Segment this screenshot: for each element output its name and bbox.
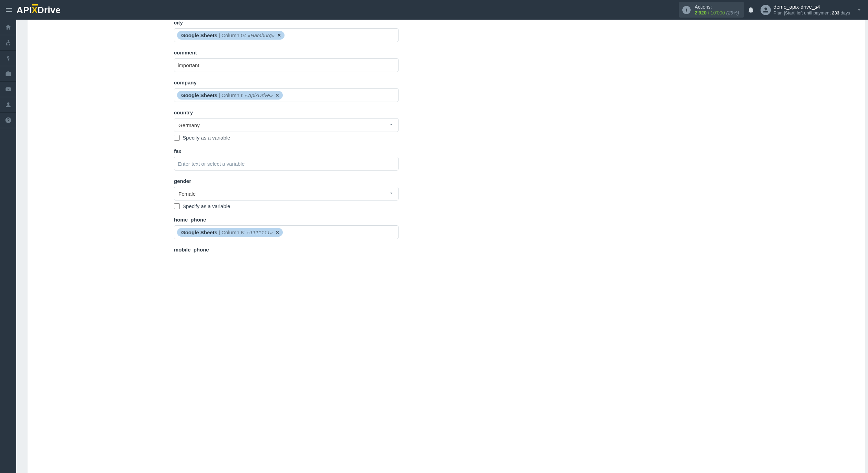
city-token: Google Sheets | Column G: «Hamburg» ✕ <box>177 31 285 40</box>
user-block[interactable]: demo_apix-drive_s4 Plan |Start| left unt… <box>761 4 850 16</box>
logo[interactable]: API X Drive <box>17 4 61 16</box>
logo-text-api: API <box>17 5 32 16</box>
actions-text: Actions: 2'920 / 10'000 (29%) <box>695 4 739 16</box>
field-comment: comment <box>174 50 399 72</box>
city-input[interactable]: Google Sheets | Column G: «Hamburg» ✕ <box>174 28 399 42</box>
chevron-down-icon <box>389 191 394 197</box>
rail-help[interactable] <box>0 113 16 128</box>
logo-text-drive: Drive <box>38 5 61 16</box>
left-rail <box>0 20 16 473</box>
company-token-remove[interactable]: ✕ <box>276 93 279 98</box>
home-phone-token: Google Sheets | Column K: «1111111» ✕ <box>177 228 283 237</box>
field-label: fax <box>174 148 399 154</box>
field-label: mobile_phone <box>174 247 399 253</box>
user-menu-toggle[interactable] <box>853 4 865 16</box>
rail-briefcase[interactable] <box>0 66 16 82</box>
home-phone-token-remove[interactable]: ✕ <box>276 230 279 235</box>
country-specify-label[interactable]: Specify as a variable <box>183 135 230 141</box>
city-token-remove[interactable]: ✕ <box>277 33 281 38</box>
field-gender: gender Female Specify as a variable <box>174 178 399 209</box>
info-icon: i <box>682 6 691 14</box>
country-select[interactable]: Germany <box>174 118 399 132</box>
rail-youtube[interactable] <box>0 82 16 97</box>
country-specify-checkbox[interactable] <box>174 135 180 141</box>
gender-specify-checkbox[interactable] <box>174 203 180 209</box>
logo-x-icon: X <box>32 4 38 16</box>
avatar-icon <box>761 5 771 15</box>
field-label: country <box>174 110 399 115</box>
country-selected: Germany <box>178 122 200 128</box>
gender-selected: Female <box>178 191 196 197</box>
comment-input[interactable] <box>178 59 395 72</box>
topbar: API X Drive i Actions: 2'920 / 10'000 (2… <box>0 0 868 20</box>
user-text: demo_apix-drive_s4 Plan |Start| left unt… <box>774 4 850 16</box>
notifications-button[interactable] <box>744 3 758 17</box>
field-company: company Google Sheets | Column I: «ApixD… <box>174 80 399 102</box>
rail-connections[interactable] <box>0 35 16 51</box>
field-label: home_phone <box>174 217 399 223</box>
rail-account[interactable] <box>0 97 16 113</box>
field-country: country Germany Specify as a variable <box>174 110 399 141</box>
username: demo_apix-drive_s4 <box>774 4 850 10</box>
hamburger-menu[interactable] <box>3 4 15 16</box>
comment-input-wrap <box>174 58 399 72</box>
chevron-down-icon <box>389 122 394 128</box>
field-label: city <box>174 20 399 25</box>
field-fax: fax <box>174 148 399 171</box>
field-label: gender <box>174 178 399 184</box>
rail-billing[interactable] <box>0 51 16 66</box>
field-mobile-phone: mobile_phone <box>174 247 399 253</box>
field-label: company <box>174 80 399 85</box>
fax-input[interactable] <box>178 157 395 170</box>
actions-counter[interactable]: i Actions: 2'920 / 10'000 (29%) <box>679 2 744 18</box>
rail-home[interactable] <box>0 20 16 35</box>
fax-input-wrap <box>174 157 399 171</box>
gender-select[interactable]: Female <box>174 187 399 200</box>
home-phone-input[interactable]: Google Sheets | Column K: «1111111» ✕ <box>174 225 399 239</box>
gender-specify-label[interactable]: Specify as a variable <box>183 203 230 209</box>
plan-line: Plan |Start| left until payment 233 days <box>774 10 850 16</box>
company-input[interactable]: Google Sheets | Column I: «ApixDrive» ✕ <box>174 88 399 102</box>
company-token: Google Sheets | Column I: «ApixDrive» ✕ <box>177 91 283 100</box>
field-city: city Google Sheets | Column G: «Hamburg»… <box>174 20 399 42</box>
field-label: comment <box>174 50 399 55</box>
field-home-phone: home_phone Google Sheets | Column K: «11… <box>174 217 399 239</box>
page-scroll[interactable]: city Google Sheets | Column G: «Hamburg»… <box>16 20 868 473</box>
